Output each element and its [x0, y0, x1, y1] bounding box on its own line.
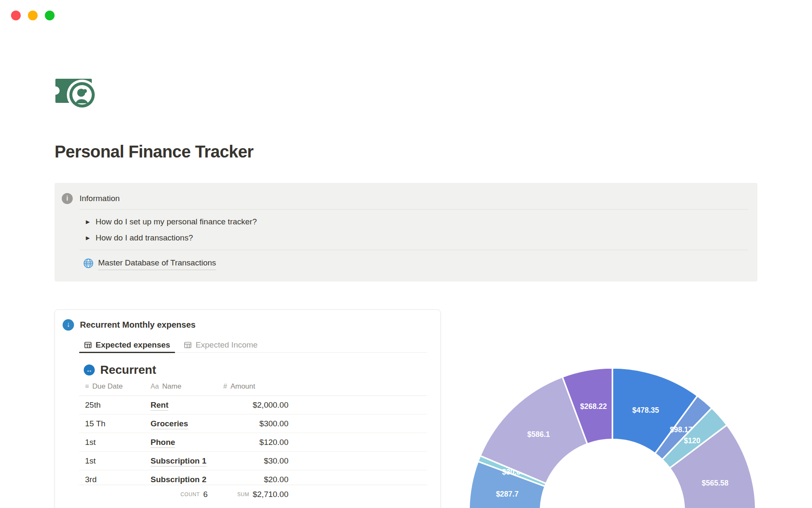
- database-section-heading: ↔ Recurrent: [84, 362, 440, 377]
- cell-amount: $2,000.00: [217, 400, 288, 410]
- card-title: Recurrent Monthly expenses: [80, 319, 195, 331]
- recurrent-expenses-card: ↓ Recurrent Monthly expenses Expected ex…: [55, 309, 441, 508]
- toggle-arrow-icon[interactable]: ▶: [86, 235, 96, 241]
- info-icon: i: [62, 193, 73, 204]
- table-row[interactable]: 1stSubscription 1$30.00: [79, 452, 427, 470]
- column-label: Due Date: [92, 382, 123, 391]
- tab-expected-expenses[interactable]: Expected expenses: [79, 337, 175, 352]
- column-label: Name: [162, 382, 181, 391]
- cell-due-date: 25th: [79, 400, 145, 410]
- cell-due-date: 1st: [79, 456, 145, 466]
- cell-amount: $20.00: [217, 475, 288, 484]
- divider: [80, 250, 748, 250]
- money-with-coin-icon: [55, 78, 100, 111]
- table-footer: COUNT 6 SUM $2,710.00: [79, 485, 427, 504]
- database-title[interactable]: Recurrent: [100, 362, 156, 377]
- cell-due-date: 15 Th: [79, 419, 145, 428]
- donut-segment-label: $586.1: [527, 430, 550, 439]
- divider: [80, 209, 748, 210]
- tab-expected-income[interactable]: Expected Income: [179, 337, 263, 352]
- cell-name[interactable]: Groceries: [145, 419, 217, 428]
- link-label: Master Database of Transactions: [98, 257, 216, 270]
- count-value: 6: [203, 490, 208, 499]
- cell-due-date: 3rd: [79, 475, 145, 484]
- table-row[interactable]: 1stPhone$120.00: [79, 433, 427, 452]
- donut-segment-label: $565.58: [702, 479, 729, 487]
- toggle-arrow-icon[interactable]: ▶: [86, 219, 96, 225]
- table-rows: 25thRent$2,000.0015 ThGroceries$300.001s…: [79, 396, 427, 485]
- cell-amount: $300.00: [217, 419, 288, 428]
- donut-segment-label: $287.7: [496, 490, 519, 498]
- table-view-icon: [84, 341, 92, 349]
- column-due-date[interactable]: ≡ Due Date: [79, 382, 145, 391]
- cell-name[interactable]: Subscription 1: [145, 456, 217, 466]
- tab-label: Expected expenses: [96, 340, 170, 350]
- view-tabs: Expected expenses Expected Income: [79, 337, 427, 353]
- cell-name[interactable]: Rent: [145, 400, 217, 410]
- cell-name[interactable]: Subscription 2: [145, 475, 217, 484]
- cell-amount: $30.00: [217, 456, 288, 466]
- sum-value: $2,710.00: [252, 490, 288, 499]
- toggle-add-transactions-question[interactable]: ▶ How do I add transactions?: [86, 232, 757, 244]
- callout-header: i Information: [62, 193, 757, 204]
- tab-label: Expected Income: [195, 340, 258, 350]
- table-view-icon: [184, 341, 192, 349]
- expenses-table: ≡ Due Date Aa Name # Amount 25thRent$2,0…: [79, 377, 427, 504]
- toggle-setup-question[interactable]: ▶ How do I set up my personal finance tr…: [86, 215, 757, 228]
- sum-label: SUM: [237, 491, 249, 497]
- column-label: Amount: [230, 382, 255, 391]
- cell-name[interactable]: Phone: [145, 438, 217, 447]
- donut-segment-label: $268.22: [580, 402, 607, 411]
- table-row[interactable]: 3rdSubscription 2$20.00: [79, 470, 427, 485]
- column-amount[interactable]: # Amount: [217, 382, 288, 391]
- master-database-link[interactable]: Master Database of Transactions: [83, 257, 757, 270]
- sum-aggregate[interactable]: SUM $2,710.00: [237, 490, 288, 499]
- window-controls: [11, 11, 55, 20]
- table-header-row: ≡ Due Date Aa Name # Amount: [79, 377, 427, 396]
- information-callout: i Information ▶ How do I set up my perso…: [55, 183, 757, 282]
- down-arrow-icon: ↓: [63, 319, 74, 331]
- cell-due-date: 1st: [79, 438, 145, 447]
- text-lines-icon: ≡: [85, 383, 89, 390]
- table-row[interactable]: 15 ThGroceries$300.00: [79, 414, 427, 433]
- toggle-label: How do I set up my personal finance trac…: [96, 215, 257, 228]
- title-icon: Aa: [151, 383, 159, 390]
- close-window-button[interactable]: [11, 11, 21, 20]
- linked-database-icon: ↔: [84, 364, 95, 375]
- page-title[interactable]: Personal Finance Tracker: [55, 142, 253, 161]
- expenses-donut-chart[interactable]: $478.35$98.17$120$565.58$287.7$30.68$586…: [465, 364, 761, 508]
- toggle-label: How do I add transactions?: [96, 232, 193, 244]
- count-aggregate[interactable]: COUNT 6: [181, 490, 217, 499]
- card-header: ↓ Recurrent Monthly expenses: [63, 319, 440, 331]
- count-label: COUNT: [181, 491, 200, 497]
- callout-title: Information: [80, 193, 120, 204]
- column-name[interactable]: Aa Name: [145, 382, 217, 391]
- minimize-window-button[interactable]: [28, 11, 38, 20]
- zoom-window-button[interactable]: [45, 11, 55, 20]
- donut-segment-label: $120: [684, 436, 700, 445]
- table-row[interactable]: 25thRent$2,000.00: [79, 396, 427, 414]
- number-icon: #: [223, 383, 227, 390]
- cell-amount: $120.00: [217, 438, 288, 447]
- donut-segment-label: $478.35: [632, 406, 659, 414]
- globe-icon: [83, 258, 94, 269]
- page-emoji-money-icon[interactable]: [55, 78, 100, 111]
